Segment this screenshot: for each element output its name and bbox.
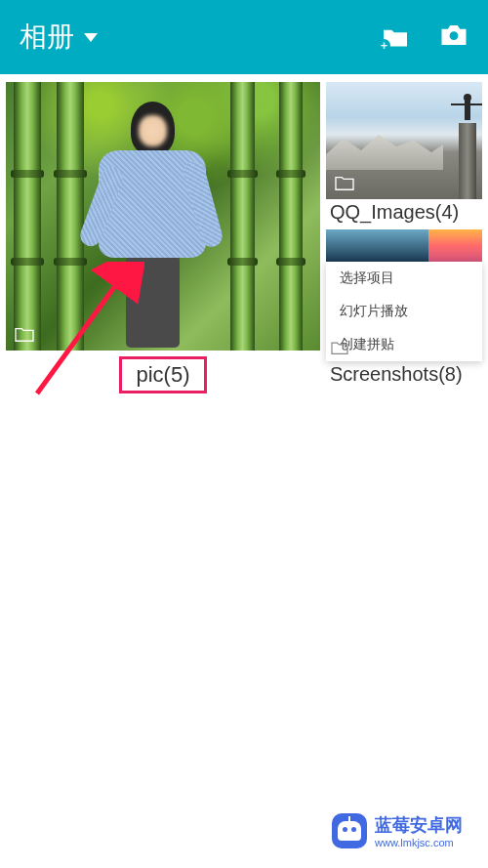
album-screenshots[interactable]: 选择项目 幻灯片播放 创建拼贴 Screenshots(8) — [326, 229, 482, 390]
camera-button[interactable] — [439, 22, 468, 52]
album-pic-label: pic(5) — [119, 356, 206, 393]
camera-icon — [439, 22, 468, 48]
header-title: 相册 — [20, 19, 74, 56]
album-grid: pic(5) QQ_Images(4) — [0, 74, 488, 393]
album-screenshots-thumbnail: 选择项目 幻灯片播放 创建拼贴 — [326, 229, 482, 361]
watermark: 蓝莓安卓网 www.lmkjsc.com — [316, 806, 478, 856]
menu-item-select[interactable]: 选择项目 — [326, 262, 482, 295]
album-screenshots-label: Screenshots(8) — [326, 361, 482, 390]
menu-item-collage[interactable]: 创建拼贴 — [326, 328, 482, 361]
header-actions: + — [381, 22, 468, 52]
app-header: 相册 + — [0, 0, 488, 74]
watermark-url: www.lmkjsc.com — [375, 837, 463, 848]
albums-right-column: QQ_Images(4) 选择项目 幻灯片播放 创建拼贴 Screenshots… — [326, 82, 482, 393]
menu-item-slideshow[interactable]: 幻灯片播放 — [326, 295, 482, 328]
album-pic-thumbnail — [6, 82, 320, 351]
album-qq-images[interactable]: QQ_Images(4) — [326, 82, 482, 227]
album-pic-label-container: pic(5) — [6, 356, 320, 393]
chevron-down-icon — [84, 33, 98, 42]
context-menu: 选择项目 幻灯片播放 创建拼贴 — [326, 262, 482, 361]
album-qq-label: QQ_Images(4) — [326, 199, 482, 227]
folder-icon — [334, 174, 355, 191]
watermark-title: 蓝莓安卓网 — [375, 813, 463, 837]
add-folder-button[interactable]: + — [381, 25, 410, 49]
album-dropdown[interactable]: 相册 — [20, 19, 98, 56]
plus-icon: + — [378, 39, 390, 52]
album-pic[interactable]: pic(5) — [6, 82, 320, 393]
album-qq-thumbnail — [326, 82, 482, 199]
watermark-logo-icon — [332, 813, 367, 848]
watermark-text: 蓝莓安卓网 www.lmkjsc.com — [375, 813, 463, 848]
folder-icon — [14, 325, 35, 343]
folder-icon — [330, 340, 349, 355]
